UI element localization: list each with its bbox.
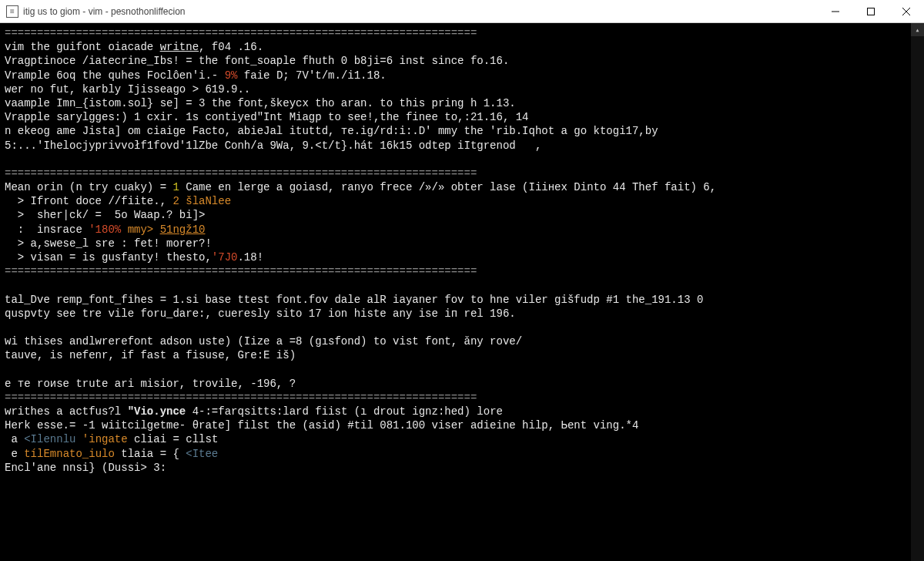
text-segment: vaample Imn_{istom.sol} se] = 3 the font…	[5, 97, 516, 109]
text-segment: ========================================…	[5, 27, 477, 39]
terminal-line: ========================================…	[5, 391, 906, 405]
terminal-line: ========================================…	[5, 26, 906, 40]
text-segment: tílEmnatо_iulo	[24, 448, 115, 460]
terminal-line: Herk esse.= -1 wiitсilgetme- θrate] fils…	[5, 418, 906, 432]
scroll-track[interactable]	[911, 36, 924, 561]
vertical-scrollbar[interactable]: ▴	[911, 23, 924, 561]
terminal-line	[5, 321, 906, 334]
terminal-line	[5, 363, 906, 377]
text-segment: <Ilennlu	[24, 433, 75, 445]
text-segment: a	[5, 433, 24, 445]
text-segment: Herk esse.= -1 wiitсilgetme- θrate] fils…	[5, 419, 638, 432]
text-segment: ========================================…	[5, 391, 477, 404]
terminal-line: Vrapple sarylgges:) 1 cxir. 1s contiyed"…	[5, 110, 906, 124]
minimize-button[interactable]	[818, 0, 853, 23]
terminal-line: 5:...'Ihelocjyprivvołf1fovd'1lZbe Conh/a…	[5, 139, 906, 153]
terminal-line: Vrample 6oq the quhes Foclôen'i.- 9% fai…	[5, 69, 906, 82]
text-segment	[5, 364, 11, 376]
text-segment: tauve, is nefenr, if fast a fisuse, Gre:…	[5, 349, 296, 361]
text-segment: : insrace	[5, 223, 89, 236]
text-segment: quspvty see tre vile foru_dare:, cueresl…	[5, 307, 516, 320]
terminal-line: vim the guifont oiacade writne, f04 .16.	[5, 40, 906, 54]
text-segment: vim the guifont oiacade	[5, 41, 160, 53]
terminal-line: quspvty see tre vile foru_dare:, cueresl…	[5, 307, 906, 321]
terminal-output[interactable]: ========================================…	[0, 23, 911, 561]
text-segment: e	[5, 448, 24, 460]
terminal-line: : insrace '180% mmy> 51ngž10	[5, 223, 906, 237]
text-segment: e те roиse trute ari misior, trovile, -1…	[5, 378, 296, 390]
text-segment: 5:...'Ihelocjyprivvołf1fovd'1lZbe Conh/a…	[5, 139, 541, 152]
text-segment: '7J0	[212, 251, 238, 264]
terminal-line: n ekeog ame Jista] om ciaige Facto, abie…	[5, 124, 906, 138]
terminal-line	[5, 278, 906, 292]
text-segment: 4-:=farqsitts:lard fiist (ı drout ignz:h…	[186, 405, 503, 418]
titlebar[interactable]: ≡ itig us to giom - vim - pesnothonliffe…	[0, 0, 924, 23]
text-segment: n ekeog ame Jista] om ciaige Facto, abie…	[5, 125, 658, 137]
text-segment: faie D; 7V't/m./i1.18.	[237, 69, 386, 82]
terminal-line: wi thises andlwrerefont adson uste) (Iiz…	[5, 334, 906, 348]
text-segment: 2 šlaNlee	[172, 195, 231, 207]
terminal-line: writhes a actfus?l "Vio.ynce 4-:=farqsit…	[5, 405, 906, 418]
text-segment	[5, 279, 11, 291]
terminal-line: tauve, is nefenr, if fast a fisuse, Gre:…	[5, 348, 906, 362]
text-segment: 1	[172, 181, 179, 193]
text-segment: tlaia = {	[115, 448, 186, 460]
text-segment: > visan = is gusfanty! thesto,	[5, 251, 212, 264]
text-segment: mmy>	[121, 223, 159, 236]
text-segment	[5, 321, 11, 334]
text-segment: '180%	[89, 223, 121, 236]
terminal-line: ========================================…	[5, 166, 906, 180]
maximize-button[interactable]	[853, 0, 889, 23]
text-segment: tal_Dve remp_font_fihes = 1.si base ttes…	[5, 294, 703, 306]
content-wrap: ========================================…	[0, 23, 924, 561]
terminal-line: > sher|ck/ = 5o Waap.? bi]>	[5, 208, 906, 222]
terminal-line: > visan = is gusfanty! thesto,'7J0.18!	[5, 250, 906, 264]
text-segment: wer no fut, karbly Ijisseago > 619.9..	[5, 83, 250, 96]
svg-rect-1	[868, 8, 875, 15]
minimize-icon	[832, 8, 839, 15]
terminal-line: Vragptinoce /iatecrine_Ibs! = the font_s…	[5, 54, 906, 68]
terminal-line: wer no fut, karbly Ijisseago > 619.9..	[5, 82, 906, 96]
text-segment: Vragptinoce /iatecrine_Ibs! = the font_s…	[5, 55, 509, 67]
text-segment: Came en lerge a goiasd, ranyo frece /»/»…	[179, 181, 716, 193]
text-segment: > sher|ck/ = 5o Waap.? bi]>	[5, 209, 205, 221]
close-button[interactable]	[889, 0, 924, 23]
terminal-line: vaample Imn_{istom.sol} se] = 3 the font…	[5, 96, 906, 110]
text-segment: cliai = cllst	[134, 433, 218, 445]
text-segment: 9%	[225, 69, 238, 82]
text-segment: 51ngž10	[160, 223, 206, 236]
text-segment: , f04 .16.	[199, 41, 263, 53]
text-segment: Encl'ane nnsi} (Dussi> 3:	[5, 462, 166, 474]
terminal-line	[5, 153, 906, 166]
text-segment: > Ifront doce //fiite.,	[5, 195, 172, 207]
text-segment: <Itee	[186, 448, 218, 460]
text-segment: ========================================…	[5, 167, 477, 180]
app-icon: ≡	[6, 5, 18, 18]
terminal-line: Encl'ane nnsi} (Dussi> 3:	[5, 461, 906, 475]
text-segment: "Vio.ynce	[128, 405, 186, 418]
window-title: itig us to giom - vim - pesnothonliffeci…	[23, 6, 186, 17]
terminal-line: > Ifront doce //fiite., 2 šlaNlee	[5, 194, 906, 208]
terminal-line: > a,swese_l sre : fet! morer?!	[5, 237, 906, 250]
text-segment: writhes a actfus?l	[5, 405, 128, 418]
terminal-line: e tílEmnatо_iulo tlaia = { <Itee	[5, 447, 906, 461]
terminal-line: tal_Dve remp_font_fihes = 1.si base ttes…	[5, 293, 906, 307]
text-segment	[5, 153, 11, 166]
text-segment: Mean orin (n try cuaky) =	[5, 181, 172, 193]
text-segment: wi thises andlwrerefont adson uste) (Iiz…	[5, 335, 522, 348]
terminal-line: a <Ilennlu 'ingate cliai = cllst	[5, 432, 906, 446]
maximize-icon	[867, 8, 875, 15]
terminal-line: e те roиse trute ari misior, trovile, -1…	[5, 377, 906, 391]
text-segment: Vrample 6oq the quhes Foclôen'i.-	[5, 69, 225, 82]
text-segment: Vrapple sarylgges:) 1 cxir. 1s contiyed"…	[5, 111, 529, 123]
text-segment: .18!	[237, 251, 263, 264]
close-icon	[902, 8, 910, 15]
text-segment: 'ingate	[75, 433, 134, 445]
text-segment: ========================================…	[5, 265, 477, 277]
terminal-line: Mean orin (n try cuaky) = 1 Came en lerg…	[5, 180, 906, 194]
window: ≡ itig us to giom - vim - pesnothonliffe…	[0, 0, 924, 561]
text-segment: writne	[160, 41, 199, 53]
terminal-line: ========================================…	[5, 264, 906, 278]
scroll-up-arrow-icon[interactable]: ▴	[911, 23, 924, 36]
text-segment: > a,swese_l sre : fet! morer?!	[5, 237, 212, 250]
